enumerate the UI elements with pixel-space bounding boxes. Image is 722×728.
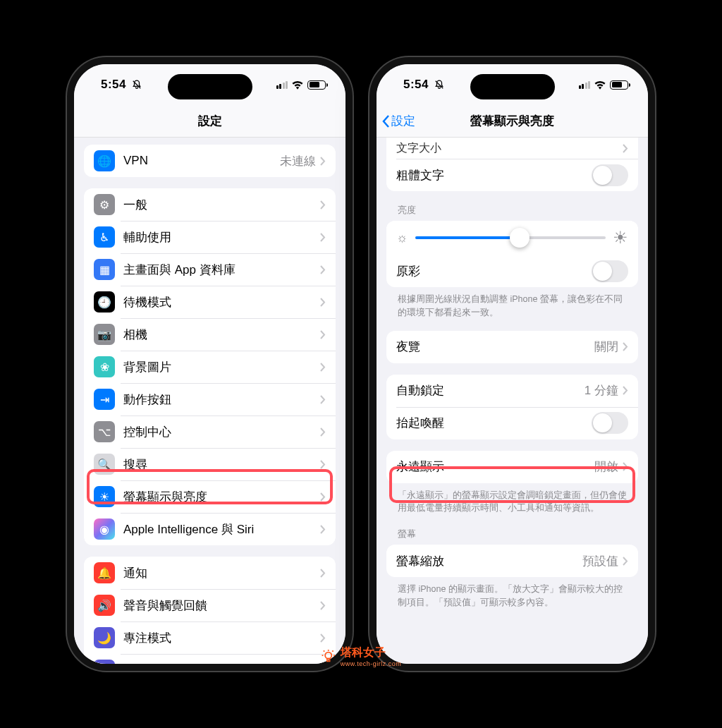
battery-icon xyxy=(307,80,326,90)
chevron-right-icon xyxy=(320,427,326,437)
display-settings-list[interactable]: 文字大小 粗體文字 亮度 ☼ ☀ 原彩 根據周圍光線狀況自動調整 iPhone xyxy=(377,138,648,664)
chevron-right-icon xyxy=(623,342,628,351)
toggle-raise-to-wake[interactable] xyxy=(592,412,628,434)
cellular-signal-icon xyxy=(276,80,288,89)
slider-thumb[interactable] xyxy=(510,228,530,248)
row-wallpaper[interactable]: ❀ 背景圖片 xyxy=(84,351,336,383)
row-screen-time[interactable]: ⏳ 螢幕使用時間 xyxy=(84,654,336,664)
wifi-icon xyxy=(291,80,304,90)
chevron-right-icon xyxy=(320,601,326,610)
chevron-right-icon xyxy=(320,298,326,307)
row-display-zoom[interactable]: 螢幕縮放 預設值 xyxy=(386,545,638,577)
chevron-right-icon xyxy=(623,386,628,395)
camera-icon: 📷 xyxy=(94,324,115,345)
chevron-left-icon xyxy=(382,115,390,128)
grid-icon: ▦ xyxy=(94,259,115,280)
chevron-right-icon xyxy=(320,330,326,339)
row-accessibility[interactable]: ♿︎ 輔助使用 xyxy=(84,221,336,253)
footer-always-on: 「永遠顯示」的螢幕顯示設定會調暗鎖定畫面，但仍會使用最低電量持續顯示時間、小工具… xyxy=(386,483,638,516)
chevron-right-icon xyxy=(320,265,326,274)
sun-max-icon: ☀ xyxy=(613,228,628,248)
section-header-brightness: 亮度 xyxy=(386,191,638,221)
row-home-app-library[interactable]: ▦ 主畫面與 App 資料庫 xyxy=(84,253,336,286)
row-standby[interactable]: 🕘 待機模式 xyxy=(84,286,336,318)
wifi-icon xyxy=(594,80,606,90)
section-header-display: 螢幕 xyxy=(386,515,638,545)
svg-line-6 xyxy=(324,650,324,651)
svg-point-2 xyxy=(325,652,331,658)
watermark-name: 塔科女子 xyxy=(341,645,402,660)
chevron-right-icon xyxy=(320,569,326,578)
status-time: 5:54 xyxy=(403,78,429,92)
back-button[interactable]: 設定 xyxy=(382,113,415,129)
chevron-right-icon xyxy=(320,200,326,210)
phone-right: 5:54 設定 螢幕顯示與亮度 文字大小 粗體文字 亮度 xyxy=(369,57,655,671)
page-title: 螢幕顯示與亮度 xyxy=(470,113,554,129)
watermark-url: www.tech-girlz.com xyxy=(341,660,402,667)
back-label: 設定 xyxy=(391,113,415,129)
brightness-slider[interactable] xyxy=(415,236,606,239)
row-auto-lock[interactable]: 自動鎖定 1 分鐘 xyxy=(386,375,638,407)
page-title: 設定 xyxy=(198,113,222,129)
gear-icon: ⚙ xyxy=(94,194,115,215)
row-text-size[interactable]: 文字大小 xyxy=(386,138,638,159)
row-vpn[interactable]: 🌐 VPN 未連線 xyxy=(84,145,336,177)
toggle-true-tone[interactable] xyxy=(592,260,628,282)
row-always-on[interactable]: 永遠顯示 開啟 xyxy=(386,451,638,483)
settings-list[interactable]: 🌐 VPN 未連線 ⚙ 一般 ♿︎ 輔助使用 ▦ 主畫面與 App 資料庫 xyxy=(74,138,345,664)
row-label: VPN xyxy=(123,154,280,168)
chevron-right-icon xyxy=(623,462,628,471)
accessibility-icon: ♿︎ xyxy=(94,226,115,248)
action-icon: ⇥ xyxy=(94,389,115,410)
row-sounds-haptics[interactable]: 🔊 聲音與觸覺回饋 xyxy=(84,589,336,621)
row-notifications[interactable]: 🔔 通知 xyxy=(84,557,336,589)
footer-true-tone: 根據周圍光線狀況自動調整 iPhone 螢幕，讓色彩在不同的環境下都看起來一致。 xyxy=(386,287,638,320)
row-general[interactable]: ⚙ 一般 xyxy=(84,188,336,221)
chevron-right-icon xyxy=(320,633,326,643)
silent-bell-icon xyxy=(130,80,143,90)
row-apple-intelligence-siri[interactable]: ◉ Apple Intelligence 與 Siri xyxy=(84,513,336,545)
cellular-signal-icon xyxy=(579,80,591,89)
svg-line-7 xyxy=(332,650,333,651)
globe-icon: 🌐 xyxy=(94,150,115,171)
chevron-right-icon xyxy=(320,492,326,502)
speaker-icon: 🔊 xyxy=(94,595,115,616)
bell-icon: 🔔 xyxy=(94,562,115,583)
chevron-right-icon xyxy=(320,157,326,166)
nav-bar: 設定 xyxy=(74,105,345,138)
status-time: 5:54 xyxy=(101,78,126,92)
chevron-right-icon xyxy=(623,557,628,566)
nav-bar: 設定 螢幕顯示與亮度 xyxy=(377,105,648,138)
chevron-right-icon xyxy=(320,363,326,372)
row-night-shift[interactable]: 夜覽 關閉 xyxy=(386,331,638,363)
sun-icon: ☀ xyxy=(94,486,115,507)
row-raise-to-wake[interactable]: 抬起喚醒 xyxy=(386,407,638,439)
row-camera[interactable]: 📷 相機 xyxy=(84,318,336,351)
brightness-slider-row: ☼ ☀ xyxy=(386,221,638,255)
toggle-bold-text[interactable] xyxy=(592,164,628,186)
lightbulb-icon xyxy=(321,649,336,665)
watermark: 塔科女子 www.tech-girlz.com xyxy=(321,645,402,667)
row-detail: 未連線 xyxy=(280,153,316,169)
row-search[interactable]: 🔍 搜尋 xyxy=(84,448,336,480)
flower-icon: ❀ xyxy=(94,356,115,377)
dynamic-island xyxy=(168,74,252,99)
phone-left: 5:54 設定 🌐 VPN 未連線 ⚙ 一般 xyxy=(67,57,353,671)
moon-icon: 🌙 xyxy=(94,627,115,648)
chevron-right-icon xyxy=(320,395,326,404)
sun-min-icon: ☼ xyxy=(396,231,408,245)
clock-icon: 🕘 xyxy=(94,291,115,313)
row-focus[interactable]: 🌙 專注模式 xyxy=(84,621,336,654)
sliders-icon: ⌥ xyxy=(94,421,115,442)
chevron-right-icon xyxy=(320,525,326,534)
battery-icon xyxy=(610,80,628,90)
siri-icon: ◉ xyxy=(94,518,115,540)
row-true-tone[interactable]: 原彩 xyxy=(386,255,638,287)
hourglass-icon: ⏳ xyxy=(94,660,115,664)
row-action-button[interactable]: ⇥ 動作按鈕 xyxy=(84,383,336,415)
chevron-right-icon xyxy=(320,460,326,469)
row-control-center[interactable]: ⌥ 控制中心 xyxy=(84,415,336,448)
row-display-brightness[interactable]: ☀ 螢幕顯示與亮度 xyxy=(84,480,336,513)
row-bold-text[interactable]: 粗體文字 xyxy=(386,159,638,191)
dynamic-island xyxy=(470,74,555,99)
